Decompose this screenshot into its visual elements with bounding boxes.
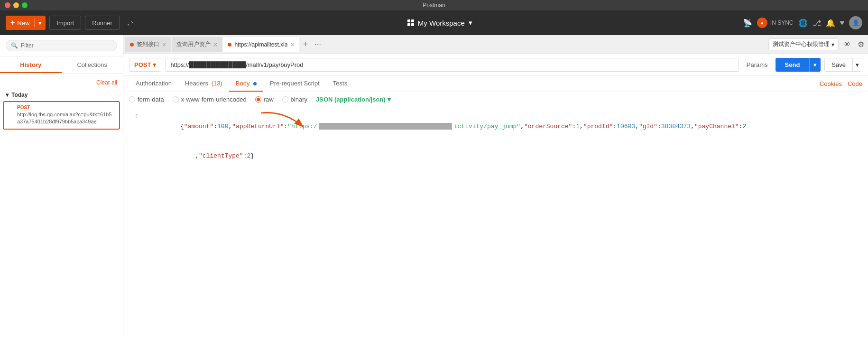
headers-badge: (13) bbox=[212, 80, 222, 87]
eye-icon[interactable]: 👁 bbox=[841, 38, 853, 51]
code-line-2: ,"clientType":2} bbox=[129, 141, 862, 171]
json-type-select[interactable]: JSON (application/json) ▾ bbox=[316, 96, 391, 103]
history-group-today: ▾ Today POST http://log.tbs.qq.com/ajax?… bbox=[0, 90, 123, 130]
history-item-method: POST bbox=[17, 105, 113, 110]
environment-select[interactable]: 测试资产中心权限管理 ▾ bbox=[768, 38, 839, 50]
sync-label: IN SYNC bbox=[770, 19, 794, 26]
git-icon[interactable]: ⎇ bbox=[813, 19, 821, 28]
line-content-2: ,"clientType":2} bbox=[143, 141, 254, 171]
sidebar-tabs: History Collections bbox=[0, 56, 123, 74]
sidebar: 🔍 History Collections Clear all ▾ Today … bbox=[0, 35, 123, 337]
raw-radio[interactable] bbox=[255, 96, 261, 103]
form-data-radio[interactable] bbox=[129, 96, 135, 103]
save-button[interactable]: Save bbox=[825, 58, 852, 71]
form-data-option[interactable]: form-data bbox=[129, 96, 164, 103]
workspace-chevron-icon: ▾ bbox=[469, 19, 472, 27]
user-avatar[interactable]: 👤 bbox=[849, 16, 862, 29]
sidebar-content: Clear all ▾ Today POST http://log.tbs.qq… bbox=[0, 74, 123, 337]
chevron-down-icon: ▾ bbox=[831, 41, 834, 48]
sidebar-search-area: 🔍 bbox=[0, 35, 123, 56]
traffic-lights bbox=[5, 2, 28, 8]
tab-tests[interactable]: Tests bbox=[326, 76, 354, 92]
tab-history[interactable]: History bbox=[0, 56, 62, 73]
method-select[interactable]: POST ▾ bbox=[129, 58, 161, 72]
url-input[interactable] bbox=[165, 58, 739, 72]
search-icon: 🔍 bbox=[11, 42, 18, 49]
window-title: Postman bbox=[423, 2, 445, 9]
raw-option[interactable]: raw bbox=[255, 96, 274, 103]
tab-close-2[interactable]: × bbox=[213, 41, 217, 48]
workspace-icon bbox=[407, 19, 414, 26]
minimize-button[interactable] bbox=[13, 2, 19, 8]
request-tab-3[interactable]: https://apimalltest.xia × bbox=[223, 37, 299, 52]
code-link[interactable]: Code bbox=[848, 80, 862, 87]
bell-icon[interactable]: 🔔 bbox=[826, 19, 835, 28]
tab-pre-request[interactable]: Pre-request Script bbox=[263, 76, 326, 92]
proxy-button[interactable]: ⇌ bbox=[123, 16, 137, 30]
tabs-bar: 签到接口 × 查询用户资产 × https://apimalltest.xia … bbox=[123, 35, 868, 54]
binary-option[interactable]: binary bbox=[282, 96, 307, 103]
cookies-link[interactable]: Cookies bbox=[820, 80, 842, 87]
line-number-2 bbox=[129, 141, 139, 171]
request-tabs-nav: Authorization Headers (13) Body Pre-requ… bbox=[123, 76, 868, 92]
method-chevron-icon: ▾ bbox=[153, 61, 156, 68]
send-button[interactable]: Send bbox=[776, 58, 810, 72]
line-number-1: 1 bbox=[129, 112, 139, 141]
add-tab-button[interactable]: + bbox=[300, 39, 311, 49]
workspace-center: My Workspace ▾ bbox=[141, 19, 739, 27]
method-label: POST bbox=[134, 61, 151, 68]
save-dropdown-button[interactable]: ▾ bbox=[852, 58, 862, 71]
body-options: form-data x-www-form-urlencoded raw bina… bbox=[123, 92, 868, 107]
body-dot bbox=[253, 82, 257, 85]
settings-icon[interactable]: ⚙ bbox=[856, 38, 866, 51]
clear-all-button[interactable]: Clear all bbox=[0, 77, 123, 88]
tab-dot-3 bbox=[228, 43, 231, 47]
binary-radio[interactable] bbox=[282, 96, 288, 103]
tab-label-1: 签到接口 bbox=[137, 40, 159, 48]
tab-close-1[interactable]: × bbox=[162, 41, 166, 48]
history-item[interactable]: POST http://log.tbs.qq.com/ajax?c=pu&tk=… bbox=[3, 101, 120, 130]
json-type-chevron-icon: ▾ bbox=[388, 96, 391, 103]
urlencoded-option[interactable]: x-www-form-urlencoded bbox=[173, 96, 247, 103]
send-dropdown-button[interactable]: ▾ bbox=[809, 58, 821, 72]
params-button[interactable]: Params bbox=[743, 61, 772, 68]
urlencoded-radio[interactable] bbox=[173, 96, 179, 103]
close-button[interactable] bbox=[5, 2, 10, 8]
plus-icon: + bbox=[10, 19, 15, 27]
workspace-button[interactable]: My Workspace ▾ bbox=[407, 19, 472, 27]
tab-label-3: https://apimalltest.xia bbox=[234, 41, 287, 48]
tab-headers[interactable]: Headers (13) bbox=[178, 76, 229, 92]
search-box: 🔍 bbox=[6, 40, 117, 51]
import-button[interactable]: Import bbox=[49, 16, 81, 30]
toolbar: + New ▾ Import Runner ⇌ My Workspace ▾ 📡… bbox=[0, 10, 868, 35]
history-group-header[interactable]: ▾ Today bbox=[0, 90, 123, 100]
url-bar: POST ▾ Params Send ▾ Save ▾ bbox=[123, 54, 868, 76]
main-content: 签到接口 × 查询用户资产 × https://apimalltest.xia … bbox=[123, 35, 868, 337]
earth-icon[interactable]: 🌐 bbox=[798, 19, 808, 28]
more-tabs-button[interactable]: ⋯ bbox=[312, 41, 324, 48]
sync-dot: ● bbox=[757, 18, 767, 28]
tab-collections[interactable]: Collections bbox=[62, 56, 123, 73]
filter-input[interactable] bbox=[21, 42, 112, 49]
satellite-icon[interactable]: 📡 bbox=[743, 19, 752, 28]
history-group-label: Today bbox=[11, 92, 28, 98]
code-line-1: 1 {"amount":100,"appReturnUrl":"https:/i… bbox=[129, 112, 862, 141]
tab-authorization[interactable]: Authorization bbox=[129, 76, 178, 92]
maximize-button[interactable] bbox=[22, 2, 28, 8]
heart-icon[interactable]: ♥ bbox=[840, 19, 845, 27]
workspace-label: My Workspace bbox=[418, 19, 465, 27]
request-tab-1[interactable]: 签到接口 × bbox=[125, 37, 171, 52]
runner-button[interactable]: Runner bbox=[85, 16, 120, 30]
tab-body[interactable]: Body bbox=[229, 76, 263, 92]
request-tab-2[interactable]: 查询用户资产 × bbox=[172, 37, 222, 52]
tabs-right: 测试资产中心权限管理 ▾ 👁 ⚙ bbox=[768, 38, 866, 51]
new-label: New bbox=[17, 19, 29, 27]
new-dropdown-arrow[interactable]: ▾ bbox=[35, 19, 46, 27]
main-layout: 🔍 History Collections Clear all ▾ Today … bbox=[0, 35, 868, 337]
code-editor[interactable]: 1 {"amount":100,"appReturnUrl":"https:/i… bbox=[123, 107, 868, 337]
tab-label-2: 查询用户资产 bbox=[176, 40, 211, 48]
tab-close-3[interactable]: × bbox=[290, 41, 294, 48]
environment-label: 测试资产中心权限管理 bbox=[773, 40, 830, 48]
sync-indicator: ● IN SYNC bbox=[757, 18, 794, 28]
new-button[interactable]: + New ▾ bbox=[6, 16, 46, 30]
